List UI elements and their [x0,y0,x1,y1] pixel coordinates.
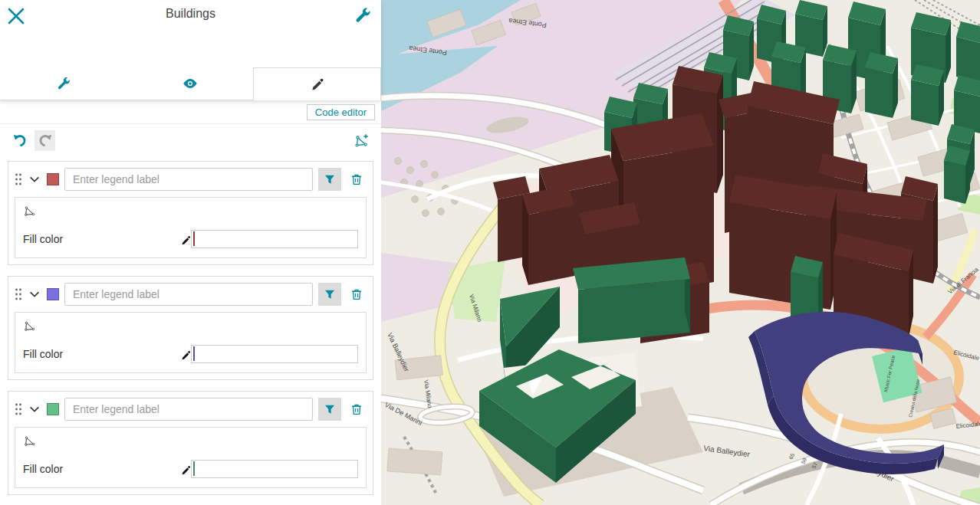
fill-color-bar[interactable] [193,461,195,476]
delete-rule-button[interactable] [347,398,367,420]
tab-style-editor[interactable] [253,67,381,100]
fill-color-label: Fill color [23,348,63,360]
redo-arrow-icon [38,133,53,149]
collapse-rule-button[interactable] [28,287,41,301]
collapse-rule-button[interactable] [28,402,41,416]
eyedropper-icon [180,464,192,476]
polygon-symbolizer-icon [23,434,37,448]
trash-icon [350,172,363,187]
chevron-down-icon [28,173,41,185]
layer-settings-button[interactable] [352,5,373,26]
rule-color-swatch[interactable] [47,403,59,415]
rule-color-swatch[interactable] [47,288,59,300]
eyedropper-icon [180,349,192,361]
drag-handle[interactable] [15,402,22,416]
style-rule-card: Fill color [8,391,373,495]
fill-color-label: Fill color [23,233,63,245]
eyedropper-icon [310,77,325,92]
filter-funnel-icon [324,173,336,185]
fill-color-picker[interactable] [191,230,358,248]
style-rule-card: Fill color [8,276,373,380]
polygon-symbolizer-icon [23,204,37,218]
undo-button[interactable] [9,130,30,151]
redo-button[interactable] [35,130,55,151]
style-rules-list: Fill color [0,156,381,505]
legend-label-input[interactable] [64,398,313,421]
delete-rule-button[interactable] [347,284,367,305]
drag-handle[interactable] [15,287,22,301]
filter-funnel-icon [324,403,336,415]
base-map: Ponte EtneaPonte EtneaVia di FranciaElic… [381,0,980,505]
fill-color-bar[interactable] [193,231,195,246]
eye-icon [182,75,199,92]
polygon-symbolizer-icon [23,319,37,333]
chevron-down-icon [28,288,41,300]
eyedropper-icon [180,234,192,246]
app-root: Buildings [0,0,980,505]
layer-style-panel: Buildings [0,0,381,505]
polygon-plus-icon [354,133,370,149]
filter-funnel-icon [324,288,336,300]
add-rule-button[interactable] [352,131,372,151]
symbolizer-panel: Fill color [15,427,367,488]
collapse-rule-button[interactable] [28,172,41,186]
rule-color-swatch[interactable] [47,173,59,185]
style-panel-tabs [0,67,381,100]
rules-toolbar [0,124,381,156]
wrench-icon [354,6,372,25]
grip-dots-icon [15,402,22,416]
trash-icon [350,287,363,302]
grip-dots-icon [15,172,22,186]
fill-color-picker[interactable] [191,460,358,478]
fill-color-label: Fill color [23,463,63,475]
panel-title: Buildings [0,7,381,21]
rule-filter-button[interactable] [318,398,341,421]
style-editor-toolbar: Code editor [0,100,381,124]
delete-rule-button[interactable] [347,169,367,190]
fill-color-bar[interactable] [193,346,195,361]
fill-color-picker[interactable] [191,345,358,363]
style-rule-card: Fill color [8,161,373,265]
rule-filter-button[interactable] [318,168,341,191]
trash-icon [350,402,363,417]
panel-header-block: Buildings [0,0,381,100]
symbolizer-panel: Fill color [15,197,367,258]
legend-label-input[interactable] [64,283,313,306]
grip-dots-icon [15,287,22,301]
wrench-icon [56,76,71,91]
tab-display[interactable] [127,67,253,100]
undo-arrow-icon [12,133,28,149]
tab-general-settings[interactable] [0,67,127,100]
rule-filter-button[interactable] [318,283,341,306]
symbolizer-panel: Fill color [15,312,367,373]
code-editor-toggle-button[interactable]: Code editor [307,104,375,120]
map-3d-viewport[interactable]: Ponte EtneaPonte EtneaVia di FranciaElic… [381,0,980,505]
legend-label-input[interactable] [64,168,313,191]
drag-handle[interactable] [15,172,22,186]
chevron-down-icon [28,403,41,415]
